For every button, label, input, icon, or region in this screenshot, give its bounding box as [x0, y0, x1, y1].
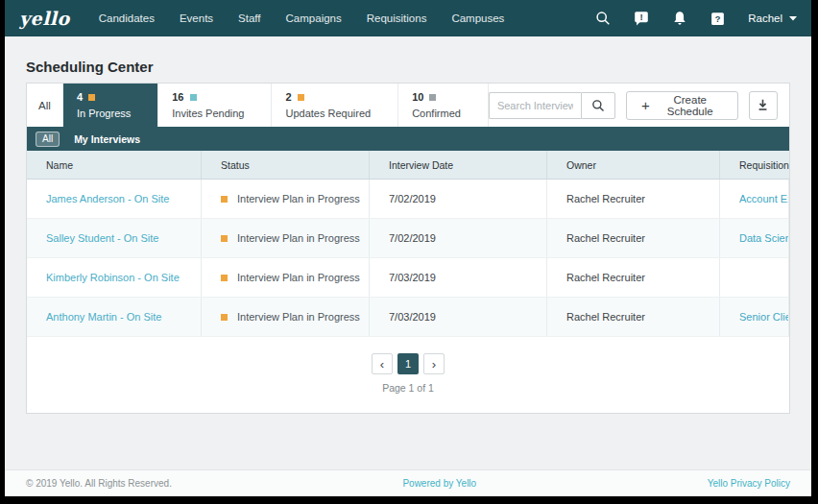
page-count-label: Page 1 of 1: [27, 382, 789, 394]
search-button[interactable]: [581, 92, 615, 119]
status-tab[interactable]: 16 Invites Pending: [158, 84, 272, 127]
tab-count-row: 16: [172, 91, 244, 103]
column-header-status: Status: [202, 151, 370, 179]
user-menu[interactable]: Rachel: [748, 12, 797, 24]
column-header-owner: Owner: [547, 151, 720, 179]
interview-date: 7/02/2019: [370, 219, 547, 257]
previous-page-button[interactable]: ‹: [372, 353, 393, 374]
nav-item[interactable]: Requisitions: [367, 12, 427, 24]
tab-label: Confirmed: [412, 108, 461, 119]
candidate-link[interactable]: James Anderson - On Site: [46, 193, 169, 204]
filter-all-chip[interactable]: All: [36, 132, 60, 147]
status-tab[interactable]: All: [27, 84, 63, 127]
status-label: Interview Plan in Progress: [237, 193, 360, 204]
tabs-container: All 4 In Progress 16 Invites Pending 2 U…: [27, 84, 489, 127]
status-label: Interview Plan in Progress: [237, 272, 360, 283]
interview-date: 7/03/2019: [370, 298, 547, 336]
interview-date: 7/03/2019: [370, 258, 547, 297]
column-header-requisition: Requisition: [720, 151, 789, 179]
requisition-link[interactable]: Senior Client Imple: [739, 311, 789, 323]
scheduling-card: All 4 In Progress 16 Invites Pending 2 U…: [26, 83, 790, 414]
table-header: Name Status Interview Date Owner Requisi…: [27, 151, 789, 180]
owner: Rachel Recruiter: [547, 180, 720, 218]
user-name: Rachel: [748, 12, 782, 24]
search-group: [489, 92, 615, 119]
owner: Rachel Recruiter: [547, 219, 720, 257]
status-tab[interactable]: 4 In Progress: [63, 84, 158, 127]
feedback-icon[interactable]: !: [634, 11, 649, 26]
candidate-link[interactable]: Anthony Martin - On Site: [46, 311, 161, 323]
create-schedule-button[interactable]: + Create Schedule: [626, 91, 738, 120]
next-page-button[interactable]: ›: [423, 353, 445, 374]
chevron-down-icon: [789, 16, 797, 21]
filter-my-interviews[interactable]: My Interviews: [74, 133, 140, 145]
status-tabs-row: All 4 In Progress 16 Invites Pending 2 U…: [27, 84, 789, 127]
magnifier-icon: [591, 99, 605, 112]
interview-date: 7/02/2019: [370, 180, 547, 218]
owner: Rachel Recruiter: [547, 258, 720, 297]
filter-bar: All My Interviews: [27, 127, 789, 151]
tab-count: 4: [77, 91, 83, 103]
app-window: yello Candidates Events Staff Campaigns …: [5, 0, 811, 496]
tab-label: In Progress: [77, 108, 131, 119]
pagination: ‹ 1 › Page 1 of 1: [27, 337, 789, 413]
nav-item[interactable]: Staff: [238, 12, 260, 24]
table-row: Kimberly Robinson - On Site Interview Pl…: [27, 258, 789, 298]
navbar-right: ! ? Rachel: [595, 11, 797, 26]
table-row: Anthony Martin - On Site Interview Plan …: [27, 298, 789, 337]
status-square-icon: [88, 94, 95, 101]
candidate-link[interactable]: Kimberly Robinson - On Site: [46, 272, 180, 283]
download-icon: [756, 98, 770, 112]
create-schedule-label: Create Schedule: [658, 94, 723, 117]
tab-count-row: 10: [412, 91, 461, 103]
tab-label: All: [38, 100, 51, 111]
status-square-icon: [429, 94, 436, 101]
svg-text:!: !: [640, 12, 643, 22]
svg-text:?: ?: [715, 13, 721, 23]
status-square-icon: [221, 275, 228, 281]
help-icon[interactable]: ?: [710, 12, 725, 26]
current-page-indicator[interactable]: 1: [397, 353, 419, 374]
tab-label: Updates Required: [285, 108, 371, 119]
search-icon[interactable]: [595, 11, 611, 26]
tab-count: 16: [172, 91, 183, 103]
tab-label: Invites Pending: [172, 108, 244, 119]
tab-count-row: 4: [77, 91, 131, 103]
pagination-controls: ‹ 1 ›: [372, 353, 445, 374]
status-square-icon: [221, 235, 228, 242]
nav-item[interactable]: Campuses: [451, 12, 504, 24]
requisition-link[interactable]: Data Scientist (073: [739, 232, 789, 244]
search-input[interactable]: [489, 92, 581, 119]
toolbar: + Create Schedule: [489, 84, 789, 127]
main-content: Scheduling Center All 4 In Progress 16 I…: [5, 59, 811, 414]
status-square-icon: [190, 94, 197, 101]
candidate-link[interactable]: Salley Student - On Site: [46, 232, 158, 244]
requisition-link[interactable]: Account Executive: [739, 193, 789, 204]
nav-item[interactable]: Candidates: [99, 12, 155, 24]
owner: Rachel Recruiter: [547, 298, 720, 336]
tab-count: 10: [412, 91, 423, 103]
table-body: James Anderson - On Site Interview Plan …: [27, 180, 789, 337]
footer: © 2019 Yello. All Rights Reserved. Power…: [5, 469, 811, 496]
status-square-icon: [221, 314, 228, 321]
copyright-text: © 2019 Yello. All Rights Reserved.: [26, 478, 172, 489]
column-header-name: Name: [27, 151, 202, 179]
powered-by-link[interactable]: Powered by Yello: [402, 478, 476, 489]
table-row: James Anderson - On Site Interview Plan …: [27, 180, 789, 219]
column-header-interview-date: Interview Date: [370, 151, 547, 179]
nav-item[interactable]: Campaigns: [286, 12, 342, 24]
status-square-icon: [298, 94, 304, 101]
status-square-icon: [221, 196, 228, 203]
nav-menu: Candidates Events Staff Campaigns Requis…: [99, 12, 505, 24]
nav-item[interactable]: Events: [180, 12, 213, 24]
status-tab[interactable]: 10 Confirmed: [398, 84, 489, 127]
notifications-bell-icon[interactable]: [672, 11, 687, 26]
privacy-policy-link[interactable]: Yello Privacy Policy: [708, 478, 790, 489]
yello-logo[interactable]: yello: [19, 8, 70, 29]
status-label: Interview Plan in Progress: [237, 311, 360, 323]
status-label: Interview Plan in Progress: [237, 232, 360, 244]
page-title: Scheduling Center: [26, 59, 790, 75]
download-button[interactable]: [749, 91, 778, 120]
status-tab[interactable]: 2 Updates Required: [272, 84, 398, 127]
tab-count-row: 2: [285, 91, 371, 103]
